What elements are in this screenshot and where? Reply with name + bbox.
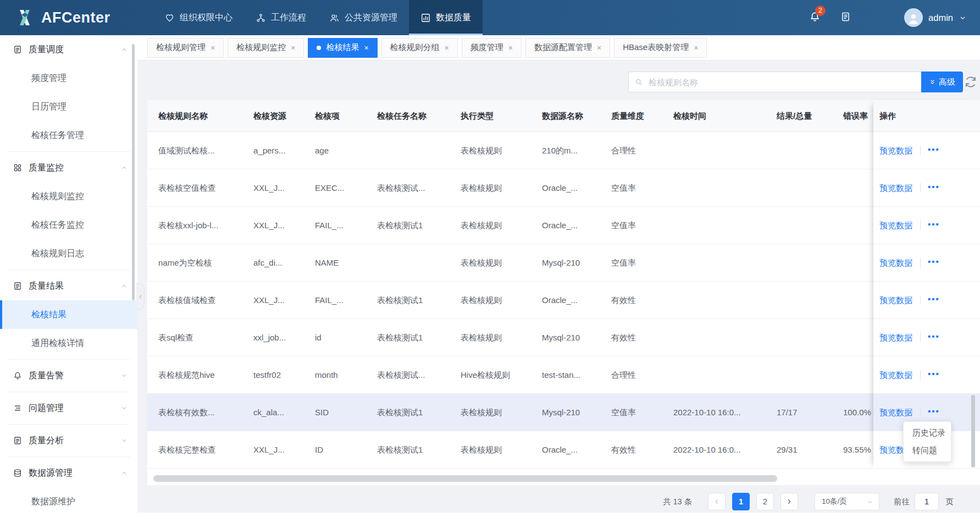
results-table: 检核规则名称检核资源检核项检核任务名称执行类型数据源名称质量维度检核时间结果/总… (147, 100, 980, 485)
tab[interactable]: 数据源配置管理× (525, 38, 610, 58)
action-cell: 预览数据••• (873, 132, 980, 169)
sidebar-group[interactable]: 质量告警 (0, 361, 137, 390)
doc-icon (13, 45, 23, 54)
sidebar-item[interactable]: 日历管理 (0, 92, 137, 121)
horizontal-scrollbar[interactable] (153, 475, 777, 482)
sidebar-scrollbar[interactable] (132, 44, 135, 300)
tab-close-icon[interactable]: × (445, 44, 449, 52)
table-cell: testfr02 (253, 356, 312, 393)
menu-item[interactable]: 转问题 (904, 442, 951, 459)
preview-data-link[interactable]: 预览数据 (879, 244, 912, 281)
table-cell: 空值率 (611, 244, 670, 281)
action-separator (920, 258, 921, 267)
chevron-down-icon (120, 404, 128, 412)
log-button[interactable] (840, 11, 851, 25)
goto-label: 前往 (894, 493, 910, 510)
sidebar-group[interactable]: 数据源管理 (0, 459, 137, 487)
advanced-search-button[interactable]: 高级 (921, 72, 963, 92)
table-cell: 表检核值域检查 (158, 282, 251, 318)
preview-data-link[interactable]: 预览数据 (879, 207, 912, 244)
table-row[interactable]: 表检核xxl-job-l...XXL_J...FAIL_...表检核测试1表检核… (147, 207, 980, 244)
chevron-right-icon (785, 498, 793, 505)
vertical-scrollbar[interactable] (971, 395, 975, 468)
user-menu[interactable]: admin (904, 8, 967, 27)
column-header: 错误率 (843, 100, 874, 131)
nav-item[interactable]: 工作流程 (244, 0, 318, 35)
sidebar-group[interactable]: 问题管理 (0, 394, 137, 422)
notifications-button[interactable]: 2 (809, 10, 821, 25)
tab[interactable]: 检核规则监控× (228, 38, 304, 58)
sidebar-item[interactable]: 通用检核详情 (0, 329, 137, 358)
sidebar-collapse-handle[interactable] (136, 283, 145, 310)
table-row[interactable]: 表检核空值检查XXL_J...EXEC...表检核测试...表检核规则Oracl… (147, 169, 980, 207)
more-actions-button[interactable]: ••• (928, 356, 940, 391)
refresh-button[interactable] (964, 75, 978, 89)
page-number-button[interactable]: 1 (732, 493, 750, 510)
table-cell: SID (315, 394, 374, 431)
table-cell: 29/31 (777, 431, 840, 468)
page-size-select[interactable]: 10条/页 (815, 493, 879, 510)
preview-data-link[interactable]: 预览数据 (879, 356, 912, 393)
tab[interactable]: 检核规则管理× (147, 38, 224, 58)
sidebar-group[interactable]: 质量监控 (0, 153, 137, 182)
nav-item[interactable]: 数据质量 (409, 0, 483, 35)
column-header: 检核任务名称 (377, 100, 457, 131)
preview-data-link[interactable]: 预览数据 (879, 169, 912, 206)
table-row[interactable]: 表sql检查xxl_job...id表检核测试1表检核规则Mysql-210有效… (147, 319, 980, 356)
more-actions-button[interactable]: ••• (928, 132, 940, 167)
page-number-button[interactable]: 2 (756, 493, 774, 510)
sidebar-item[interactable]: 频度管理 (0, 64, 137, 92)
menu-item[interactable]: 历史记录 (904, 424, 951, 442)
active-tab-dot (317, 46, 321, 50)
table-cell: 表检核测试1 (377, 319, 457, 356)
table-row[interactable]: 表检核值域检查XXL_J...FAIL_...表检核测试1表检核规则Oracle… (147, 282, 980, 319)
more-actions-button[interactable]: ••• (928, 319, 940, 354)
column-header: 检核项 (315, 100, 374, 131)
table-row[interactable]: 表检核规范hivetestfr02month表检核测试...Hive检核规则te… (147, 356, 980, 394)
sidebar-group[interactable]: 质量分析 (0, 426, 137, 455)
sidebar-item[interactable]: 检核任务管理 (0, 121, 137, 150)
more-actions-button[interactable]: ••• (928, 282, 940, 316)
sidebar-group[interactable]: 质量调度 (0, 35, 137, 64)
sidebar-item[interactable]: 检核结果 (0, 300, 137, 329)
next-page-button[interactable] (780, 493, 798, 510)
table-row[interactable]: 表检核有效数...ck_ala...SID表检核测试1表检核规则Mysql-21… (147, 394, 980, 431)
tab-close-icon[interactable]: × (211, 44, 215, 52)
more-actions-button[interactable]: ••• (928, 244, 940, 279)
preview-data-link[interactable]: 预览数据 (879, 319, 912, 356)
tab-close-icon[interactable]: × (291, 44, 295, 52)
table-row[interactable]: name为空检核afc_di...NAME表检核规则Mysql-210空值率 (147, 244, 980, 282)
chevron-down-icon (959, 14, 967, 22)
more-actions-button[interactable]: ••• (928, 207, 940, 241)
table-cell: Oracle_... (542, 169, 608, 206)
tab-close-icon[interactable]: × (364, 44, 368, 52)
prev-page-button[interactable] (708, 493, 726, 510)
tab[interactable]: 检核规则分组× (381, 38, 458, 58)
sidebar-group[interactable]: 质量结果 (0, 272, 137, 300)
tab-close-icon[interactable]: × (597, 44, 601, 52)
brand-name: AFCenter (41, 9, 110, 26)
brand[interactable]: AFCenter (0, 7, 137, 28)
preview-data-link[interactable]: 预览数据 (879, 282, 912, 318)
table-row[interactable]: 值域测试检核...a_pers...age表检核规则210的m...合理性 (147, 132, 980, 169)
goto-page-input[interactable] (915, 493, 939, 510)
nav-item[interactable]: 组织权限中心 (153, 0, 244, 35)
sidebar-item[interactable]: 检核规则日志 (0, 239, 137, 268)
tab-close-icon[interactable]: × (694, 44, 698, 52)
search-input[interactable] (628, 72, 921, 92)
table-header: 检核规则名称检核资源检核项检核任务名称执行类型数据源名称质量维度检核时间结果/总… (147, 100, 980, 132)
main-nav: 组织权限中心工作流程公共资源管理数据质量 (153, 0, 483, 35)
tab[interactable]: HBase表映射管理× (614, 38, 707, 58)
more-actions-button[interactable]: ••• (928, 169, 940, 204)
preview-data-link[interactable]: 预览数据 (879, 132, 912, 169)
tab[interactable]: 频度管理× (462, 38, 522, 58)
tab-close-icon[interactable]: × (508, 44, 513, 52)
sidebar-item[interactable]: 检核任务监控 (0, 211, 137, 239)
sidebar-item[interactable]: 数据源维护 (0, 487, 137, 516)
tab[interactable]: 检核结果× (308, 38, 377, 58)
nav-item[interactable]: 公共资源管理 (318, 0, 409, 35)
table-row[interactable]: 表检核完整检查XXL_J...ID表检核测试1表检核规则Oracle_...有效… (147, 431, 980, 469)
sidebar-group-label: 质量监控 (29, 162, 64, 174)
action-cell: 预览数据••• (873, 207, 980, 244)
sidebar-item[interactable]: 检核规则监控 (0, 182, 137, 211)
